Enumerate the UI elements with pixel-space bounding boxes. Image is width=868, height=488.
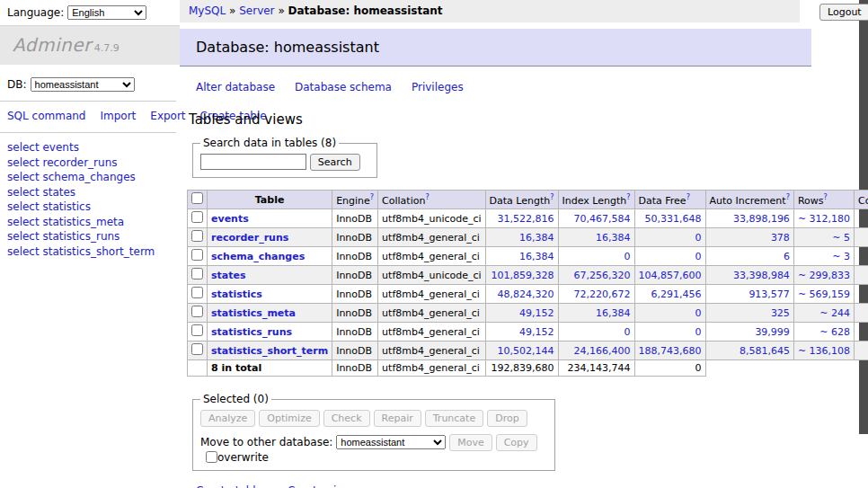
bulk-truncate-button[interactable]: Truncate	[425, 410, 483, 427]
breadcrumb-mysql-link[interactable]: MySQL	[189, 4, 226, 17]
auto-increment-link[interactable]: 8,581,645	[710, 345, 790, 357]
bulk-drop-button[interactable]: Drop	[487, 410, 527, 427]
tables-table: Table Engine? Collation? Data Length? In…	[187, 190, 868, 377]
rows-count-link[interactable]: ~ 136,108	[798, 345, 850, 357]
index-length-link[interactable]: 24,166,400	[562, 345, 631, 357]
data-length-link[interactable]: 49,152	[490, 307, 554, 319]
index-length-link[interactable]: 16,384	[562, 307, 631, 319]
table-name-link[interactable]: statistics_short_term	[211, 345, 328, 357]
database-schema-link[interactable]: Database schema	[295, 81, 392, 93]
row-checkbox[interactable]	[191, 268, 203, 279]
data-length-cell: 101,859,328	[485, 266, 558, 285]
auto-increment-link[interactable]: 39,999	[710, 326, 790, 338]
breadcrumb-server-link[interactable]: Server	[239, 4, 274, 17]
data-free-link[interactable]: 0	[639, 251, 702, 262]
index-length-link[interactable]: 16,384	[562, 232, 631, 244]
sidebar-select-link[interactable]: select recorder_runs	[7, 156, 118, 169]
data-free-link[interactable]: 188,743,680	[639, 345, 702, 357]
help-icon[interactable]: ?	[370, 193, 374, 201]
help-icon[interactable]: ?	[686, 193, 690, 201]
table-name-link[interactable]: statistics_meta	[211, 307, 296, 319]
create-table-link[interactable]: Create table	[196, 484, 262, 488]
data-length-link[interactable]: 16,384	[490, 251, 554, 262]
auto-increment-link[interactable]: 913,577	[710, 288, 790, 300]
bulk-analyze-button[interactable]: Analyze	[200, 410, 255, 427]
sidebar-select-link[interactable]: select schema_changes	[7, 171, 136, 183]
bulk-repair-button[interactable]: Repair	[374, 410, 421, 427]
table-name-link[interactable]: statistics_runs	[211, 326, 292, 338]
sidebar-select-link[interactable]: select events	[7, 141, 79, 154]
help-icon[interactable]: ?	[626, 193, 630, 201]
search-button[interactable]: Search	[310, 154, 360, 171]
sidebar-import-link[interactable]: Import	[100, 110, 136, 122]
sidebar-select-link[interactable]: select statistics	[7, 200, 91, 213]
bulk-check-button[interactable]: Check	[323, 410, 370, 427]
rows-count-link[interactable]: ~ 299,833	[798, 270, 850, 281]
data-length-link[interactable]: 31,522,816	[490, 213, 554, 225]
data-free-link[interactable]: 0	[639, 326, 702, 338]
row-checkbox[interactable]	[191, 287, 203, 298]
auto-increment-link[interactable]: 33,898,196	[710, 213, 790, 225]
row-checkbox[interactable]	[191, 230, 203, 242]
help-icon[interactable]: ?	[823, 193, 827, 201]
data-free-link[interactable]: 6,291,456	[639, 288, 702, 300]
auto-increment-link[interactable]: 6	[710, 251, 790, 262]
rows-count-link[interactable]: ~ 569,159	[798, 288, 850, 300]
index-length-link[interactable]: 72,220,672	[562, 288, 631, 300]
table-name-link[interactable]: recorder_runs	[211, 232, 288, 244]
row-checkbox[interactable]	[191, 306, 203, 317]
data-length-link[interactable]: 49,152	[490, 326, 554, 338]
select-all-checkbox[interactable]	[191, 192, 203, 204]
search-input[interactable]	[200, 154, 306, 170]
index-length-link[interactable]: 70,467,584	[562, 213, 631, 225]
bulk-optimize-button[interactable]: Optimize	[259, 410, 319, 427]
auto-increment-link[interactable]: 33,398,984	[710, 270, 790, 281]
index-length-link[interactable]: 0	[562, 326, 631, 338]
alter-database-link[interactable]: Alter database	[196, 81, 275, 93]
overwrite-checkbox[interactable]	[206, 451, 217, 463]
data-free-link[interactable]: 104,857,600	[639, 270, 702, 281]
data-length-link[interactable]: 10,502,144	[490, 345, 554, 357]
row-checkbox[interactable]	[191, 249, 203, 261]
copy-button[interactable]: Copy	[496, 434, 537, 451]
rows-count-link[interactable]: ~ 3	[798, 251, 850, 262]
table-name-link[interactable]: states	[211, 270, 246, 281]
create-view-link[interactable]: Create view	[288, 484, 351, 488]
data-free-link[interactable]: 0	[639, 232, 702, 244]
sidebar-select-link[interactable]: select statistics_short_term	[7, 245, 155, 258]
help-icon[interactable]: ?	[786, 193, 790, 201]
auto-increment-link[interactable]: 325	[710, 307, 790, 319]
table-name-link[interactable]: schema_changes	[211, 251, 305, 262]
sidebar-select-link[interactable]: select states	[7, 186, 75, 199]
data-free-link[interactable]: 50,331,648	[639, 213, 702, 225]
help-icon[interactable]: ?	[425, 193, 429, 201]
rows-count-link[interactable]: ~ 5	[798, 232, 850, 244]
language-select[interactable]: English	[67, 5, 146, 20]
row-checkbox[interactable]	[191, 324, 203, 336]
data-length-link[interactable]: 101,859,328	[490, 270, 554, 281]
auto-increment-cell: 325	[705, 304, 793, 323]
row-checkbox[interactable]	[191, 211, 203, 223]
data-length-cell: 10,502,144	[485, 342, 558, 360]
move-button[interactable]: Move	[449, 434, 492, 451]
sidebar-select-link[interactable]: select statistics_runs	[7, 230, 120, 243]
db-select[interactable]: homeassistant	[31, 77, 135, 92]
data-free-link[interactable]: 0	[639, 307, 702, 319]
privileges-link[interactable]: Privileges	[412, 81, 464, 93]
index-length-link[interactable]: 67,256,320	[562, 270, 631, 281]
row-checkbox[interactable]	[191, 343, 203, 355]
data-length-link[interactable]: 48,824,320	[490, 288, 554, 300]
rows-count-link[interactable]: ~ 244	[798, 307, 850, 319]
logout-button[interactable]: Logout	[819, 4, 868, 21]
sidebar-select-link[interactable]: select statistics_meta	[7, 216, 124, 228]
data-length-link[interactable]: 16,384	[490, 232, 554, 244]
table-name-link[interactable]: statistics	[211, 288, 262, 300]
sidebar-sql-command-link[interactable]: SQL command	[7, 110, 85, 122]
index-length-link[interactable]: 0	[562, 251, 631, 262]
help-icon[interactable]: ?	[550, 193, 554, 201]
auto-increment-link[interactable]: 378	[710, 232, 790, 244]
rows-count-link[interactable]: ~ 312,180	[798, 213, 850, 225]
rows-count-link[interactable]: ~ 628	[798, 326, 850, 338]
table-name-link[interactable]: events	[211, 213, 249, 225]
move-db-select[interactable]: homeassistant	[336, 435, 446, 449]
